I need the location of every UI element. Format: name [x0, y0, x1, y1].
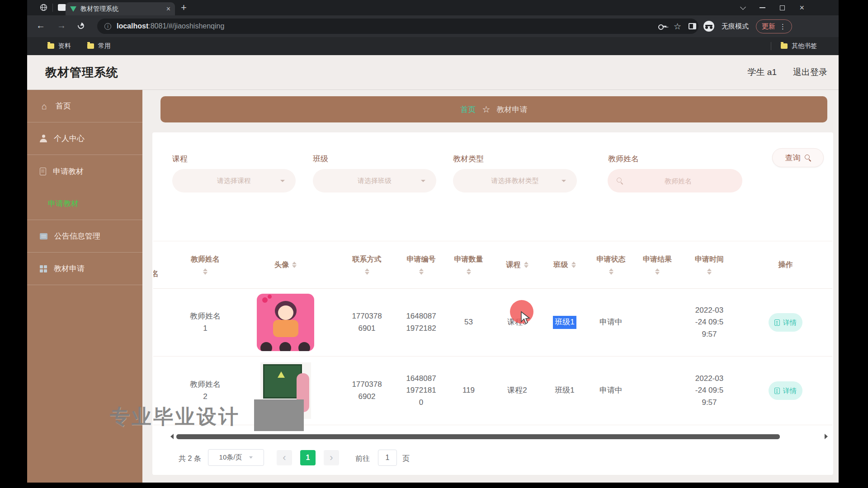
teacher-name-input[interactable] [623, 177, 733, 185]
page-size-select[interactable]: 10条/页 [208, 449, 264, 466]
textbook-type-select[interactable]: 请选择教材类型 [453, 169, 577, 192]
sort-carets-icon[interactable] [571, 262, 576, 268]
folder-icon [87, 43, 94, 49]
restore-button[interactable] [780, 5, 785, 10]
sidebar-item-announcements[interactable]: 公告信息管理 [27, 220, 142, 253]
pinned-tab-icon[interactable] [58, 4, 66, 11]
chevron-down-icon [561, 180, 566, 182]
cell-avatar [235, 289, 336, 356]
sidebar-item-apply-textbook[interactable]: 申请教材 [27, 155, 142, 188]
column-header-course[interactable]: 课程 [492, 241, 542, 288]
address-bar[interactable]: i localhost:8081/#/jiaoshishenqing [97, 19, 698, 34]
screen: 教材管理系统 × + × ← → i localhost:8081/#/jiao… [0, 0, 868, 488]
incognito-icon [703, 21, 714, 32]
url-text: localhost:8081/#/jiaoshishenqing [117, 22, 224, 30]
column-header-contact[interactable]: 联系方式 [336, 241, 397, 288]
select-placeholder: 请选择班级 [358, 177, 392, 185]
sidebar-item-home[interactable]: ⌂ 首页 [27, 90, 142, 122]
sidebar-item-textbook-apply[interactable]: 教材申请 [27, 253, 142, 285]
site-info-icon[interactable]: i [104, 23, 111, 30]
document-icon [40, 168, 46, 175]
url-path: :8081/#/jiaoshishenqing [148, 22, 224, 30]
user-icon [40, 135, 47, 142]
detail-button[interactable]: 详情 [769, 381, 802, 400]
page-number-active[interactable]: 1 [300, 450, 316, 465]
bookmark-label: 常用 [98, 42, 111, 50]
browser-tab[interactable]: 教材管理系统 × [66, 2, 175, 15]
sidebar-item-label: 公告信息管理 [54, 231, 100, 241]
detail-button-label: 详情 [783, 317, 797, 328]
back-button[interactable]: ← [36, 20, 45, 31]
column-header-result[interactable]: 申请结果 [635, 241, 680, 288]
column-header-application-no[interactable]: 申请编号 [397, 241, 445, 288]
course-select[interactable]: 请选择课程 [172, 169, 296, 192]
minimize-button[interactable] [760, 7, 765, 8]
column-header-teacher-name[interactable]: 教师姓名 [176, 241, 235, 288]
bookmarks-divider [771, 42, 771, 50]
search-button[interactable]: 查询 [772, 148, 824, 167]
reload-button[interactable] [76, 21, 85, 30]
logout-link[interactable]: 退出登录 [793, 66, 827, 78]
sort-carets-icon[interactable] [655, 268, 660, 275]
select-placeholder: 请选择课程 [217, 177, 251, 185]
prev-page-button[interactable]: ‹ [277, 450, 292, 465]
browser-titlebar: 教材管理系统 × + × [27, 0, 839, 15]
sort-carets-icon[interactable] [524, 262, 528, 268]
detail-button-label: 详情 [783, 385, 797, 396]
next-page-button[interactable]: › [324, 450, 339, 465]
sidebar-item-label: 教材申请 [54, 263, 85, 274]
sort-carets-icon[interactable] [707, 268, 712, 275]
sort-carets-icon[interactable] [365, 268, 369, 275]
app-header: 教材管理系统 学生 a1 退出登录 [27, 55, 839, 90]
column-header-avatar[interactable]: 头像 [235, 241, 336, 288]
scroll-left-icon[interactable] [170, 434, 174, 439]
password-key-icon[interactable] [658, 24, 666, 28]
sort-carets-icon[interactable] [203, 268, 208, 275]
document-icon [774, 388, 780, 394]
other-bookmarks[interactable]: 其他书签 [771, 42, 817, 50]
sidebar-item-label: 申请教材 [53, 166, 84, 177]
bookmark-folder-changyong[interactable]: 常用 [87, 42, 111, 50]
menu-dots-icon[interactable]: ⋮ [779, 23, 786, 30]
sort-carets-icon[interactable] [467, 268, 471, 275]
bookmark-star-icon[interactable]: ☆ [674, 22, 681, 31]
horizontal-scrollbar[interactable] [176, 434, 780, 439]
goto-page-input[interactable] [378, 450, 397, 466]
detail-button[interactable]: 详情 [769, 313, 802, 332]
folder-icon [781, 43, 788, 49]
cell-actions: 详情 [739, 289, 832, 356]
column-header-status[interactable]: 申请状态 [587, 241, 635, 288]
browser-toolbar: ← → i localhost:8081/#/jiaoshishenqing ☆… [27, 15, 839, 37]
other-bookmarks-label: 其他书签 [792, 42, 817, 50]
sort-carets-icon[interactable] [292, 262, 297, 268]
scroll-right-icon[interactable] [825, 434, 828, 439]
cell-application-no: 1648087 1972181 0 [397, 357, 445, 425]
sidebar-subitem-label: 申请教材 [48, 198, 79, 209]
chevron-down-icon [280, 180, 285, 182]
new-tab-button[interactable]: + [181, 1, 187, 14]
class-select[interactable]: 请选择班级 [313, 169, 436, 192]
forward-button[interactable]: → [57, 20, 66, 31]
tab-close-icon[interactable]: × [166, 5, 170, 13]
search-button-label: 查询 [785, 153, 801, 163]
cell-result [635, 357, 680, 425]
search-icon [805, 155, 811, 161]
teacher-name-field[interactable] [608, 169, 742, 192]
incognito-label: 无痕模式 [722, 22, 749, 31]
sort-carets-icon[interactable] [609, 268, 613, 275]
breadcrumb-home-link[interactable]: 首页 [461, 104, 476, 115]
column-header-class[interactable]: 班级 [542, 241, 587, 288]
update-chrome-button[interactable]: 更新 ⋮ [756, 19, 792, 33]
sidebar-subitem-apply-textbook-active[interactable]: 申请教材 [27, 188, 142, 220]
close-window-button[interactable]: × [799, 4, 804, 12]
side-panel-icon[interactable] [689, 23, 696, 29]
bookmark-folder-ziliao[interactable]: 资料 [47, 42, 71, 50]
globe-icon [40, 4, 47, 13]
cell-time: 2022-03 -24 09:5 9:57 [680, 357, 739, 425]
search-icon [617, 178, 623, 184]
sidebar-item-profile[interactable]: 个人中心 [27, 122, 142, 155]
column-header-time[interactable]: 申请时间 [680, 241, 739, 288]
sort-carets-icon[interactable] [419, 268, 424, 275]
tab-search-chevron-icon[interactable] [741, 4, 746, 10]
column-header-quantity[interactable]: 申请数量 [445, 241, 492, 288]
